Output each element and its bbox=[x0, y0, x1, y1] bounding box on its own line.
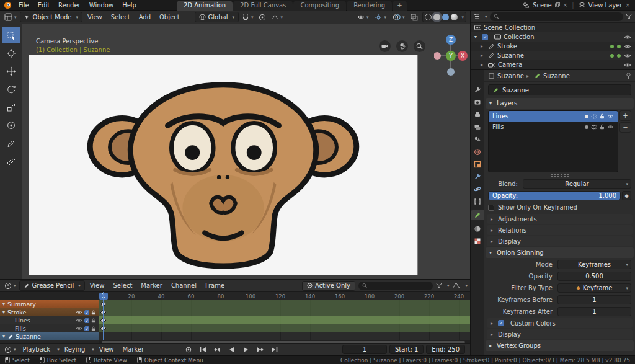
zoom-button[interactable] bbox=[414, 40, 425, 52]
channel-checkbox[interactable]: ✓ bbox=[84, 318, 89, 323]
onion-icon[interactable] bbox=[591, 113, 597, 120]
fcurve-icon[interactable] bbox=[452, 283, 460, 288]
menu-window[interactable]: Window bbox=[85, 2, 118, 9]
shading-material-button[interactable] bbox=[442, 14, 449, 20]
custom-colors-checkbox[interactable]: ✓ bbox=[498, 320, 504, 326]
keyframe-area[interactable]: 1 20406080100120140160180200220240 bbox=[99, 292, 470, 344]
channel-summary[interactable]: ▾Summary bbox=[0, 300, 99, 308]
play-button[interactable] bbox=[241, 345, 251, 354]
tool-transform[interactable] bbox=[2, 117, 20, 133]
eye-icon[interactable] bbox=[607, 125, 614, 129]
menu-keying[interactable]: Keying bbox=[61, 346, 89, 353]
animate-property-button[interactable]: ● bbox=[622, 191, 631, 200]
onion-mode-dropdown[interactable]: Keyframes▾ bbox=[557, 260, 631, 269]
navigation-gizmo[interactable]: Z Y X bbox=[434, 32, 468, 80]
breadcrumb-data[interactable]: Suzanne bbox=[543, 73, 570, 79]
tab-texture[interactable] bbox=[474, 237, 481, 245]
opacity-dot-icon[interactable] bbox=[585, 115, 588, 118]
pin-icon[interactable] bbox=[626, 73, 631, 79]
select-visibility-icon[interactable]: ▾ bbox=[355, 12, 371, 22]
menu-marker[interactable]: Marker bbox=[137, 282, 166, 289]
opacity-dot-icon[interactable] bbox=[585, 125, 588, 129]
tool-cursor[interactable] bbox=[2, 45, 20, 61]
show-only-keyframed-checkbox[interactable] bbox=[488, 205, 494, 211]
next-keyframe-button[interactable] bbox=[255, 345, 265, 354]
active-only-toggle[interactable]: Active Only bbox=[302, 281, 355, 291]
frame-start-field[interactable]: Start: 1 bbox=[389, 345, 424, 354]
eye-icon[interactable] bbox=[76, 326, 82, 331]
scene-name[interactable]: Scene bbox=[533, 2, 552, 9]
lock-icon[interactable] bbox=[91, 310, 95, 315]
xray-toggle-icon[interactable] bbox=[409, 12, 420, 22]
layers-panel-header[interactable]: ▾Layers bbox=[486, 98, 634, 109]
filter-icon[interactable] bbox=[626, 14, 632, 19]
frame-end-field[interactable]: End: 250 bbox=[426, 345, 465, 354]
dopesheet-search-input[interactable] bbox=[370, 283, 429, 289]
channel-suzanne[interactable]: ▾ Suzanne bbox=[0, 332, 99, 340]
tab-modifiers[interactable] bbox=[474, 173, 481, 180]
lock-icon[interactable] bbox=[600, 113, 605, 119]
outliner-row-camera[interactable]: ▸ Camera bbox=[471, 60, 635, 69]
frame-ruler[interactable]: 1 20406080100120140160180200220240 bbox=[99, 292, 470, 300]
filter-icon[interactable] bbox=[436, 283, 442, 288]
fcurve-dropdown-icon[interactable]: ▾ bbox=[465, 283, 468, 288]
eye-icon[interactable] bbox=[624, 44, 631, 49]
collection-checkbox[interactable]: ✓ bbox=[482, 34, 488, 40]
channel-stroke[interactable]: ▾Stroke ✓ bbox=[0, 308, 99, 316]
eye-icon[interactable] bbox=[624, 63, 631, 68]
onion-icon[interactable] bbox=[591, 124, 597, 130]
dopesheet-search[interactable] bbox=[358, 282, 433, 290]
menu-view[interactable]: View bbox=[86, 282, 109, 289]
tool-rotate[interactable] bbox=[2, 81, 20, 97]
eye-icon[interactable] bbox=[624, 35, 631, 40]
add-layer-button[interactable]: + bbox=[619, 110, 631, 121]
outliner-row-suzanne[interactable]: ▸ Suzanne bbox=[471, 51, 635, 60]
lock-icon[interactable] bbox=[91, 318, 95, 323]
falloff-icon[interactable]: ▾ bbox=[269, 12, 285, 22]
menu-select[interactable]: Select bbox=[107, 14, 134, 20]
menu-file[interactable]: File bbox=[14, 2, 33, 9]
camera-canvas[interactable] bbox=[29, 55, 418, 275]
outliner-row-collection[interactable]: ▾ ✓ Collection bbox=[471, 32, 635, 42]
outliner-editor-icon[interactable] bbox=[474, 13, 481, 20]
menu-playback[interactable]: Playback bbox=[19, 346, 55, 353]
onion-opacity-field[interactable]: 0.500 bbox=[557, 272, 631, 281]
expand-icon[interactable]: ▾ bbox=[474, 34, 477, 40]
expand-icon[interactable]: ▸ bbox=[481, 53, 483, 58]
jump-to-start-button[interactable] bbox=[198, 345, 208, 354]
menu-object[interactable]: Object bbox=[156, 14, 184, 20]
mode-dropdown[interactable]: Object Mode▾ bbox=[20, 12, 83, 22]
timeline-editor-icon[interactable]: ▾ bbox=[2, 344, 18, 355]
outliner-row-scene-collection[interactable]: Scene Collection bbox=[471, 23, 635, 32]
snap-magnet-icon[interactable]: ▾ bbox=[240, 12, 255, 22]
pan-hand-button[interactable] bbox=[396, 40, 408, 52]
menu-help[interactable]: Help bbox=[118, 2, 141, 9]
filter-by-type-dropdown[interactable]: ◆Keyframe▾ bbox=[557, 283, 631, 293]
tool-scale[interactable] bbox=[2, 99, 20, 115]
prev-keyframe-button[interactable] bbox=[212, 345, 222, 354]
datablock-name-field[interactable]: Suzanne bbox=[488, 84, 631, 95]
current-frame-line[interactable] bbox=[103, 292, 104, 340]
eye-icon[interactable] bbox=[607, 114, 614, 118]
tab-output[interactable] bbox=[474, 111, 481, 118]
scene-copy-icon[interactable] bbox=[555, 2, 560, 7]
onion-skinning-panel-header[interactable]: ▾Onion Skinning bbox=[486, 247, 634, 258]
remove-layer-button[interactable]: − bbox=[619, 122, 631, 133]
channel-checkbox[interactable]: ✓ bbox=[84, 326, 89, 331]
outliner-search[interactable] bbox=[490, 12, 623, 21]
vertex-groups-panel-header[interactable]: ▸Vertex Groups bbox=[486, 340, 634, 351]
tab-object[interactable] bbox=[474, 161, 481, 168]
tab-render[interactable] bbox=[474, 99, 481, 106]
breadcrumb-object[interactable]: Suzanne bbox=[497, 73, 524, 79]
expand-icon[interactable]: ▸ bbox=[481, 62, 483, 68]
dopesheet-mode-dropdown[interactable]: Grease Pencil▾ bbox=[19, 280, 85, 291]
tab-rendering[interactable]: Rendering bbox=[347, 1, 392, 11]
viewport[interactable]: Camera Perspective (1) Collection | Suza… bbox=[22, 24, 470, 279]
layer-row-fills[interactable]: Fills bbox=[489, 122, 618, 132]
tab-material[interactable] bbox=[474, 225, 481, 233]
menu-render[interactable]: Render bbox=[54, 2, 85, 9]
tab-physics[interactable] bbox=[474, 185, 481, 193]
lock-icon[interactable] bbox=[600, 124, 605, 130]
eye-icon[interactable] bbox=[76, 318, 82, 322]
show-only-keyframed-row[interactable]: Show Only On Keyframed bbox=[488, 202, 631, 213]
